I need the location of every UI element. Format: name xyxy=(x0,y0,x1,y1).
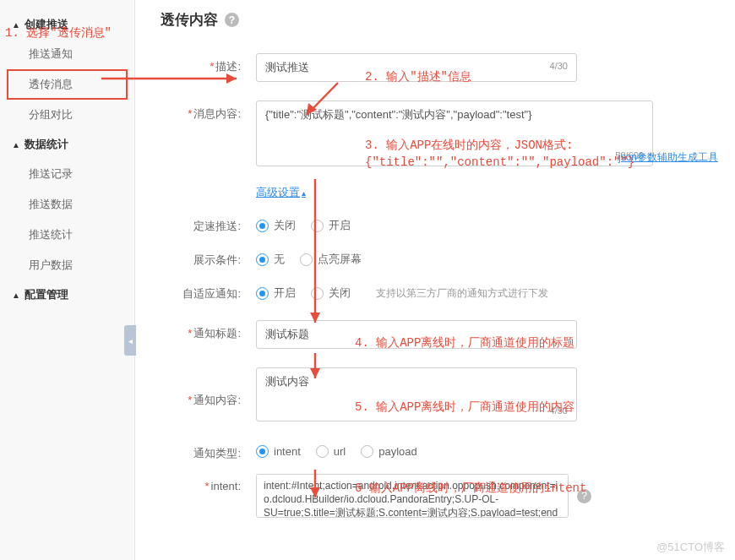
desc-value: 测试推送 xyxy=(265,61,309,73)
speed-label: 定速推送: xyxy=(161,213,241,234)
msg-label: *消息内容: xyxy=(161,101,241,122)
intent-label: *intent: xyxy=(161,474,241,492)
sidebar-group-create[interactable]: 创建推送 xyxy=(0,10,134,39)
sidebar-item-transparent-msg[interactable]: 透传消息 xyxy=(7,69,128,100)
msg-content-textarea[interactable]: {"title":"测试标题","content":"测试内容","payloa… xyxy=(256,101,653,166)
watermark: @51CTO博客 xyxy=(656,540,725,555)
sidebar-item-push-stats[interactable]: 推送统计 xyxy=(0,220,134,250)
ncontent-counter: 4/50 xyxy=(550,405,568,416)
sidebar-item-push-notify[interactable]: 推送通知 xyxy=(0,39,134,69)
desc-input[interactable]: 测试推送 4/30 xyxy=(256,53,577,82)
notify-title-input[interactable]: 测试标题 xyxy=(256,320,577,349)
intent-help-icon[interactable]: ? xyxy=(577,489,591,503)
adapt-radio-on[interactable]: 开启 xyxy=(256,285,296,301)
sidebar-item-user-data[interactable]: 用户数据 xyxy=(0,250,134,280)
ntype-radio-payload[interactable]: payload xyxy=(361,445,417,458)
page-title: 透传内容 ? xyxy=(161,10,711,30)
sidebar-item-push-data[interactable]: 推送数据 xyxy=(0,189,134,220)
speed-radio-off[interactable]: 关闭 xyxy=(256,218,296,233)
desc-label: *描述: xyxy=(161,53,241,74)
ncontent-value: 测试内容 xyxy=(265,375,309,388)
page-title-text: 透传内容 xyxy=(161,10,218,30)
json-tool-link[interactable]: json参数辅助生成工具 xyxy=(618,150,718,165)
msg-value: {"title":"测试标题","content":"测试内容","payloa… xyxy=(265,108,532,121)
notify-content-textarea[interactable]: 测试内容 4/50 xyxy=(256,367,577,421)
adapt-label: 自适应通知: xyxy=(161,280,241,302)
desc-counter: 4/30 xyxy=(550,61,568,71)
ntype-radio-intent[interactable]: intent xyxy=(256,445,301,458)
sidebar-item-push-record[interactable]: 推送记录 xyxy=(0,159,134,189)
cond-radio-none[interactable]: 无 xyxy=(256,252,285,267)
ncontent-label: *通知内容: xyxy=(161,367,241,408)
main-content: 透传内容 ? *描述: 测试推送 4/30 *消息内容: {"title":"测… xyxy=(135,0,735,560)
adapt-radio-off[interactable]: 关闭 xyxy=(311,285,351,301)
ntype-label: 通知类型: xyxy=(161,440,241,461)
speed-radio-on[interactable]: 开启 xyxy=(311,218,351,233)
ntitle-value: 测试标题 xyxy=(265,328,309,340)
cond-label: 展示条件: xyxy=(161,247,241,268)
sidebar-collapse-toggle[interactable]: ◂ xyxy=(124,325,136,356)
help-icon[interactable]: ? xyxy=(225,13,239,27)
sidebar-group-stats[interactable]: 数据统计 xyxy=(0,130,134,159)
adapt-hint: 支持以第三方厂商的通知方式进行下发 xyxy=(376,286,548,301)
ntitle-label: *通知标题: xyxy=(161,320,241,341)
advanced-settings-toggle[interactable]: 高级设置 xyxy=(256,185,306,200)
cond-radio-screen[interactable]: 点亮屏幕 xyxy=(300,252,362,267)
intent-textarea[interactable] xyxy=(256,474,569,518)
sidebar: 创建推送 推送通知 透传消息 分组对比 数据统计 推送记录 推送数据 推送统计 … xyxy=(0,0,135,560)
ntype-radio-url[interactable]: url xyxy=(316,445,346,458)
sidebar-item-group-compare[interactable]: 分组对比 xyxy=(0,100,134,130)
sidebar-group-config[interactable]: 配置管理 xyxy=(0,280,134,309)
